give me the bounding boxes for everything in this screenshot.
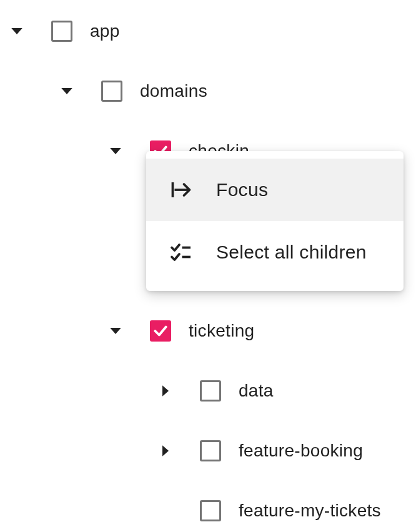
menu-label: Focus <box>216 179 268 200</box>
checkbox-feature-my-tickets[interactable] <box>200 500 221 521</box>
menu-label: Select all children <box>216 242 367 263</box>
checkbox-app[interactable] <box>51 21 72 42</box>
chevron-right-icon[interactable] <box>156 441 175 460</box>
checkbox-feature-booking[interactable] <box>200 440 221 461</box>
menu-item-select-all-children[interactable]: Select all children <box>146 221 404 283</box>
tree-row-data[interactable]: data <box>0 376 416 406</box>
tree-label: data <box>239 381 274 401</box>
checkbox-domains[interactable] <box>101 81 122 102</box>
select-all-icon <box>169 240 194 265</box>
tree-row-feature-booking[interactable]: feature-booking <box>0 436 416 466</box>
tree-row-app[interactable]: app <box>0 16 416 46</box>
tree-label: feature-my-tickets <box>239 501 381 521</box>
context-menu: Focus Select all children <box>146 151 404 291</box>
focus-icon <box>169 177 194 202</box>
chevron-down-icon[interactable] <box>7 22 26 41</box>
tree-row-feature-my-tickets[interactable]: feature-my-tickets <box>0 496 416 526</box>
chevron-down-icon[interactable] <box>106 322 125 340</box>
chevron-down-icon[interactable] <box>106 142 125 160</box>
chevron-right-icon[interactable] <box>156 382 175 400</box>
tree-label: app <box>90 21 120 41</box>
tree-label: ticketing <box>189 321 254 341</box>
tree-label: domains <box>140 81 207 101</box>
tree-row-ticketing[interactable]: ticketing <box>0 316 416 346</box>
tree-label: feature-booking <box>239 441 363 461</box>
checkbox-data[interactable] <box>200 380 221 401</box>
menu-item-focus[interactable]: Focus <box>146 159 404 221</box>
tree-row-domains[interactable]: domains <box>0 76 416 106</box>
checkbox-ticketing[interactable] <box>150 320 171 342</box>
chevron-down-icon[interactable] <box>57 82 76 101</box>
